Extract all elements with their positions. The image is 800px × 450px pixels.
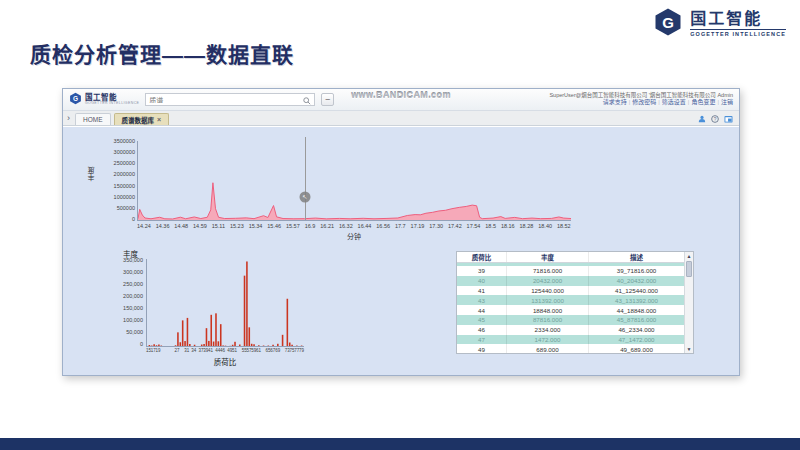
y-tick: 50,000 [126,329,143,335]
y-tick: 250,000 [123,281,143,287]
table-cell: 47 [457,335,507,345]
search-box[interactable] [145,93,315,106]
scroll-down-icon[interactable]: ▼ [685,345,693,353]
brand-subtitle: GOGETTER INTELLIGENCE [690,29,786,37]
x-tick: 17.7 [395,223,406,229]
help-icon[interactable]: ? [711,109,719,127]
x-tick: 15.11 [212,223,225,229]
x-tick: 41 [208,348,213,353]
table-cell: 45 [457,315,507,325]
table-cell: 43 [457,295,507,305]
x-tick: 15.57 [286,223,300,229]
menu-link[interactable]: 修改密码 [632,99,656,105]
x-tick: 18.16 [501,223,515,229]
app-name: 国工智能 [85,94,139,102]
table-row[interactable]: 4587816.00045_87816.000 [457,315,684,325]
brand-logo: G 国工智能 GOGETTER INTELLIGENCE [653,7,786,41]
barchart-x-axis-label: 质荷比 [146,356,304,367]
table-row[interactable]: 471472.00047_1472.000 [457,335,684,345]
column-header-description[interactable]: 描述 [589,252,684,262]
barchart-plot [146,259,304,347]
tab-close-icon[interactable]: × [157,116,161,123]
menu-link[interactable]: 筛选设置 [662,99,686,105]
calendar-icon[interactable] [724,109,733,127]
y-tick: 2500000 [114,160,135,166]
app-header: G 国工智能 GOGETTER INTELLIGENCE – www.BANDI… [63,89,739,111]
table-row[interactable]: 4020432.00040_20432.000 [457,276,684,286]
x-tick: 34 [191,348,196,353]
chromatogram-plot: ↖ [137,141,571,221]
y-tick: 300,000 [123,269,143,275]
scroll-up-icon[interactable]: ▲ [685,252,693,260]
table-cell: 131392.000 [507,295,589,305]
app-hexagon-icon: G [69,91,82,109]
x-tick: 69 [275,348,280,353]
table-cell: 40 [457,276,507,286]
y-tick: 200,000 [123,293,143,299]
x-tick: 51 [232,348,237,353]
y-tick: 3500000 [114,138,135,144]
tab-bar: › HOME 质谱数据库 × ? [63,111,739,126]
barchart-x-ticks: 1517192731343739414446495155575961656769… [146,348,304,354]
column-header-mz[interactable]: 质荷比 [457,252,507,262]
user-menu: 请求支持|修改密码|筛选设置|角色变更|注销 [549,99,733,107]
svg-text:G: G [662,14,674,31]
y-tick: 1000000 [114,194,135,200]
table-cell: 87816.000 [507,315,589,325]
mass-spectrum-chart: 丰度 350,000300,000250,000200,000150,00010… [99,247,324,373]
tab-home[interactable]: HOME [75,113,111,125]
y-tick: 350,000 [123,257,143,263]
x-tick: 17.19 [411,223,425,229]
user-area: SuperUser@烟台国工智能科技有限公司 '烟台国工智能科技有限公司 Adm… [549,92,733,107]
table-scrollbar[interactable]: ▲ ▼ [684,252,693,353]
table-cell: 44 [457,305,507,315]
table-row[interactable]: 41125440.00041_125440.000 [457,286,684,296]
user-icon[interactable] [698,109,706,127]
table-cell: 44_18848.000 [589,305,684,315]
x-tick: 79 [299,348,304,353]
tab-mass-spec-label: 质谱数据库 [122,115,155,125]
chromatogram-x-ticks: 14.2414.3614.4814.5915.1115.2315.3415.46… [137,223,571,229]
table-cell: 43_131392.000 [589,295,684,305]
table-row[interactable]: 43131392.00043_131392.000 [457,295,684,305]
x-tick: 14.36 [156,223,170,229]
peaks-table: 质荷比 丰度 描述 3971816.00039_71816.0004020432… [456,251,694,354]
table-row[interactable]: 3971816.00039_71816.000 [457,266,684,276]
y-tick: 3000000 [114,149,135,155]
x-tick: 18.5 [485,223,496,229]
svg-text:G: G [73,94,78,101]
search-input[interactable] [149,96,300,103]
app-logo: G 国工智能 GOGETTER INTELLIGENCE [69,91,139,109]
x-tick: 15.23 [230,223,244,229]
chromatogram-cursor-handle[interactable]: ↖ [299,191,310,202]
x-tick: 15.34 [249,223,263,229]
x-tick: 16.56 [376,223,390,229]
table-cell: 39 [457,266,507,276]
search-icon[interactable] [303,91,311,109]
x-tick: 46 [220,348,225,353]
menu-link[interactable]: 注销 [721,99,733,105]
menu-link[interactable]: 请求支持 [603,99,627,105]
table-row[interactable]: 462334.00046_2334.000 [457,325,684,335]
chromatogram-cursor-line: ↖ [305,137,306,220]
table-header-row: 质荷比 丰度 描述 [457,252,684,263]
table-cell: 41_125440.000 [589,286,684,296]
menu-link[interactable]: 角色变更 [691,99,715,105]
table-cell: 46_2334.000 [589,325,684,335]
y-tick: 0 [132,216,135,222]
scrollbar-thumb[interactable] [686,261,692,277]
table-cell: 20432.000 [507,276,589,286]
column-header-abundance[interactable]: 丰度 [507,252,589,262]
search-more-button[interactable]: – [321,93,334,106]
sidebar-toggle-chevron-icon[interactable]: › [67,114,70,123]
x-tick: 14.59 [193,223,207,229]
y-tick: 2000000 [114,171,135,177]
chromatogram-y-ticks: 3500000300000025000002000000150000010000… [97,138,135,222]
y-tick: 100,000 [123,317,143,323]
tab-mass-spec-database[interactable]: 质谱数据库 × [114,113,170,125]
table-cell: 39_71816.000 [589,266,684,276]
table-cell: 71816.000 [507,266,589,276]
x-tick: 17.54 [467,223,481,229]
table-row[interactable]: 49689.00049_689.000 [457,344,684,353]
table-row[interactable]: 4418848.00044_18848.000 [457,305,684,315]
